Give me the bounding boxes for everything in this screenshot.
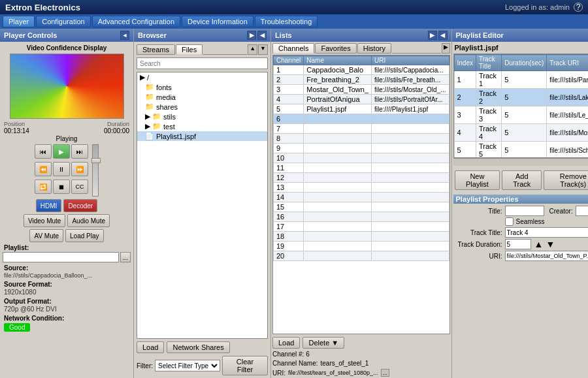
cc-button[interactable]: CC <box>71 180 88 194</box>
clear-filter-button[interactable]: Clear Filter <box>222 356 268 375</box>
channel-cell-uri <box>372 153 449 163</box>
tree-item-playlist[interactable]: 📄 Playlist1.jspf <box>137 131 267 141</box>
loop-button[interactable]: 🔁 <box>35 180 52 194</box>
tree-item-test[interactable]: ▶ 📁 test <box>137 121 267 131</box>
lists-load-button[interactable]: Load <box>272 337 300 349</box>
channel-row-6[interactable]: 6 <box>274 114 449 124</box>
video-mute-button[interactable]: Video Mute <box>24 214 65 227</box>
playlist-row-3[interactable]: 3 Track 3 5 file:///stils/Le_g... <box>454 106 588 124</box>
nav-troubleshooting[interactable]: Troubleshooting <box>255 16 318 27</box>
help-icon[interactable]: ? <box>574 3 583 12</box>
add-track-button[interactable]: Add Track <box>502 170 542 190</box>
next-button[interactable]: ⏩ <box>71 162 88 176</box>
browser-nav-down[interactable]: ▼ <box>258 44 268 55</box>
nav-configuration[interactable]: Configuration <box>36 16 90 27</box>
channel-row-13[interactable]: 13 <box>274 183 449 193</box>
load-play-button[interactable]: Load Play <box>65 229 103 242</box>
channel-row-12[interactable]: 12 <box>274 173 449 183</box>
tab-files[interactable]: Files <box>176 44 203 55</box>
top-bar: Extron Electronics Logged in as: admin ? <box>0 0 588 14</box>
browser-nav-up[interactable]: ▲ <box>248 44 257 55</box>
channel-cell-num: 10 <box>274 153 304 163</box>
folder-icon: ▶ <box>140 73 145 82</box>
fast-forward-button[interactable]: ⏭ <box>71 144 88 159</box>
browser-load-button[interactable]: Load <box>137 341 164 353</box>
lists-nav-btn[interactable]: ▶ <box>442 43 450 54</box>
channel-row-2[interactable]: 2 Fre_breathing_2 file:///stils/Fre_brea… <box>274 75 449 85</box>
channel-cell-uri <box>372 163 449 173</box>
nav-advanced-configuration[interactable]: Advanced Configuration <box>92 16 180 27</box>
channel-uri-browse[interactable]: ... <box>381 369 390 377</box>
track-duration-row: Track Duration: ▲ ▼ <box>453 239 588 249</box>
play-button[interactable]: ▶ <box>53 144 70 159</box>
title-prop-input[interactable] <box>505 206 544 216</box>
new-playlist-button[interactable]: New Playlist <box>455 170 500 190</box>
channel-row-18[interactable]: 18 <box>274 232 449 242</box>
channel-row-15[interactable]: 15 <box>274 202 449 212</box>
network-shares-button[interactable]: Network Shares <box>167 341 229 353</box>
tab-channels[interactable]: Channels <box>272 43 314 54</box>
track-title-prop-input[interactable] <box>505 227 588 238</box>
channel-row-3[interactable]: 3 Mostar_Old_Town_ file:///stils/Mostar_… <box>274 85 449 95</box>
lists-delete-button[interactable]: Delete ▼ <box>302 337 344 349</box>
channel-row-4[interactable]: 4 PortraitOfAnigua file:///stils/Portrai… <box>274 95 449 104</box>
decoder-button[interactable]: Decoder <box>63 199 97 212</box>
browser-expand-btn[interactable]: ▶ <box>247 31 256 40</box>
playlist-row-2[interactable]: 2 Track 2 5 file:///stils/Lake... <box>454 89 588 106</box>
filter-select[interactable]: Select Filter Type <box>155 360 220 371</box>
player-panel-collapse[interactable]: ◄ <box>120 31 129 40</box>
tab-favorites[interactable]: Favorites <box>315 43 356 54</box>
channel-row-9[interactable]: 9 <box>274 144 449 153</box>
playlist-row-5[interactable]: 5 Track 5 5 file:///stils/Schlo... <box>454 142 588 159</box>
channel-row-16[interactable]: 16 <box>274 212 449 222</box>
av-mute-button[interactable]: AV Mute <box>29 229 63 242</box>
channel-row-1[interactable]: 1 Cappadocia_Balo file:///stils/Cappadoc… <box>274 65 449 75</box>
channel-row-10[interactable]: 10 <box>274 153 449 163</box>
tree-item-shares[interactable]: 📁 shares <box>137 102 267 112</box>
channel-row-14[interactable]: 14 <box>274 193 449 202</box>
playlist-row-4[interactable]: 4 Track 4 5 file:///stils/Most... <box>454 124 588 142</box>
tab-streams[interactable]: Streams <box>137 44 175 55</box>
channel-row-8[interactable]: 8 <box>274 134 449 144</box>
volume-thumb[interactable] <box>91 158 101 163</box>
duration-down-arrow[interactable]: ▼ <box>546 239 555 249</box>
volume-slider[interactable] <box>92 144 99 197</box>
playlist-browse-button[interactable]: ... <box>120 252 131 262</box>
channel-row-7[interactable]: 7 <box>274 124 449 134</box>
playlist-row-1[interactable]: 1 Track 1 5 file:///stils/Park... <box>454 71 588 89</box>
browser-collapse-btn[interactable]: ◀ <box>257 31 267 40</box>
channel-cell-uri: file:///stils/Fre_breath... <box>372 75 449 85</box>
channel-row-5[interactable]: 5 Playlist1.jspf file:////Playlist1.jspf <box>274 104 449 114</box>
playlist-input[interactable] <box>3 252 119 262</box>
channel-row-17[interactable]: 17 <box>274 222 449 232</box>
remove-tracks-button[interactable]: Remove Track(s) <box>544 170 588 190</box>
rewind-button[interactable]: ⏮ <box>35 144 52 159</box>
lists-collapse-btn[interactable]: ◀ <box>438 31 448 40</box>
track-duration-prop-input[interactable] <box>505 239 531 249</box>
playlist-cell-duration: 5 <box>502 124 547 142</box>
browser-search[interactable] <box>137 57 268 69</box>
lists-expand-btn[interactable]: ▶ <box>428 31 437 40</box>
seamless-checkbox[interactable] <box>505 217 514 226</box>
playlist-table: Index Track Title Duration(sec) Track UR… <box>454 54 588 158</box>
tree-item-fonts[interactable]: 📁 fonts <box>137 82 267 92</box>
stop-button[interactable]: ⏹ <box>53 180 70 194</box>
playlist-panel-title: Playlist Editor <box>456 31 504 39</box>
channel-row-11[interactable]: 11 <box>274 163 449 173</box>
creator-prop-input[interactable] <box>576 206 588 216</box>
tree-item-root[interactable]: ▶ / <box>137 72 267 82</box>
prev-button[interactable]: ⏪ <box>35 162 52 176</box>
pause-button[interactable]: ⏸ <box>53 162 70 176</box>
tab-history[interactable]: History <box>357 43 391 54</box>
tree-item-media[interactable]: 📁 media <box>137 92 267 102</box>
tree-item-stils[interactable]: ▶ 📁 stils <box>137 112 267 121</box>
nav-device-information[interactable]: Device Information <box>182 16 253 27</box>
hdmi-button[interactable]: HDMI <box>36 199 62 212</box>
duration-group: Duration 00:00:00 <box>104 121 129 134</box>
audio-mute-button[interactable]: Audio Mute <box>67 214 110 227</box>
nav-player[interactable]: Player <box>3 16 35 27</box>
duration-up-arrow[interactable]: ▲ <box>534 239 544 249</box>
channel-row-19[interactable]: 19 <box>274 242 449 251</box>
track-uri-prop-input[interactable] <box>505 251 588 261</box>
channel-row-20[interactable]: 20 <box>274 251 449 261</box>
